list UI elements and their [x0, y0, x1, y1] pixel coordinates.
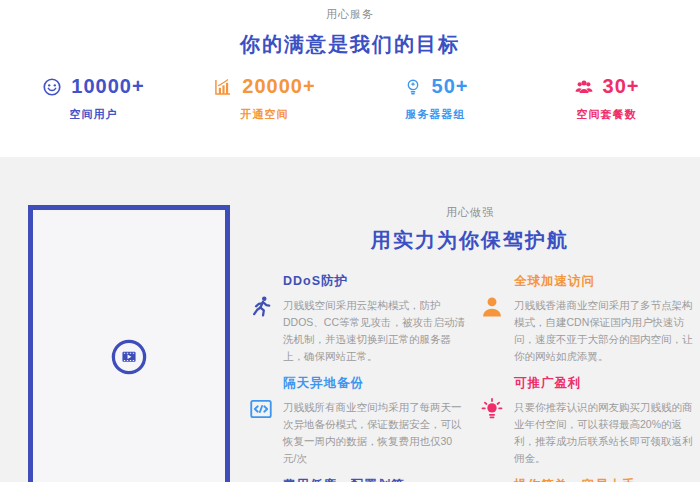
- stat-label: 开通空间: [179, 107, 350, 122]
- bar-chart-icon: [213, 77, 233, 97]
- feature-global-speed: 全球加速访问 刀贱贱香港商业空间采用了多节点架构模式，自建CDN保证国内用户快速…: [479, 273, 696, 365]
- running-man-icon: [248, 294, 274, 365]
- person-icon: [479, 294, 505, 365]
- feature-text: 刀贱贱所有商业空间均采用了每两天一次异地备份模式，保证数据安全，可以恢复一周内的…: [283, 399, 465, 467]
- image-placeholder-frame: [28, 205, 230, 482]
- stat-value: 10000+: [71, 75, 144, 98]
- group-icon: [574, 77, 594, 97]
- stat-value: 20000+: [242, 75, 315, 98]
- code-window-icon: [248, 396, 274, 467]
- feature-title: DDoS防护: [283, 273, 465, 290]
- strength-section: 用心做强 用实力为你保驾护航 DDoS防护 刀贱贱空间采用云架构模式，防护DDO…: [0, 157, 700, 482]
- feature-ddos: DDoS防护 刀贱贱空间采用云架构模式，防护DDOS、CC等常见攻击，被攻击启动…: [248, 273, 465, 365]
- strength-title: 用实力为你保驾护航: [250, 227, 690, 254]
- features-grid: DDoS防护 刀贱贱空间采用云架构模式，防护DDOS、CC等常见攻击，被攻击启动…: [248, 273, 696, 482]
- strength-header: 用心做强 用实力为你保驾护航: [250, 205, 690, 254]
- feature-referral: 可推广盈利 只要你推荐认识的网友购买刀贱贱的商业年付空间，可以获得最高20%的返…: [479, 375, 696, 467]
- stat-space-users: 10000+ 空间用户: [8, 75, 179, 122]
- service-section: 用心服务 你的满意是我们的目标 10000+ 空间用户: [0, 0, 700, 157]
- stat-label: 空间用户: [8, 107, 179, 122]
- smiley-icon: [42, 77, 62, 97]
- feature-title: 费用低廉，配置划算: [283, 477, 465, 482]
- lightbulb-icon: [403, 77, 423, 97]
- feature-title: 隔天异地备份: [283, 375, 465, 392]
- feature-title: 全球加速访问: [514, 273, 696, 290]
- stat-opened-spaces: 20000+ 开通空间: [179, 75, 350, 122]
- feature-title: 操作简单，容易上手: [514, 477, 696, 482]
- stat-server-groups: 50+ 服务器器组: [350, 75, 521, 122]
- feature-title: 可推广盈利: [514, 375, 696, 392]
- stat-value: 30+: [603, 75, 640, 98]
- strength-eyebrow: 用心做强: [250, 205, 690, 220]
- service-title: 你的满意是我们的目标: [0, 31, 700, 58]
- video-placeholder-icon: [111, 339, 148, 376]
- feature-text: 刀贱贱香港商业空间采用了多节点架构模式，自建CDN保证国内用户快速访问，速度不亚…: [514, 297, 696, 365]
- lightbulb-rays-icon: [479, 396, 505, 467]
- feature-low-cost: 费用低廉，配置划算 目前香港商业空间最低仅需50一年（500M空间+200M数据…: [248, 477, 465, 482]
- stat-packages: 30+ 空间套餐数: [521, 75, 692, 122]
- feature-easy-use: 操作简单，容易上手 刀贱贱空间采用容易使用的easypanel面板，容易上手使用…: [479, 477, 696, 482]
- service-eyebrow: 用心服务: [0, 7, 700, 22]
- stat-value: 50+: [432, 75, 469, 98]
- feature-backup: 隔天异地备份 刀贱贱所有商业空间均采用了每两天一次异地备份模式，保证数据安全，可…: [248, 375, 465, 467]
- stat-label: 空间套餐数: [521, 107, 692, 122]
- stat-label: 服务器器组: [350, 107, 521, 122]
- feature-text: 只要你推荐认识的网友购买刀贱贱的商业年付空间，可以获得最高20%的返利，推荐成功…: [514, 399, 696, 467]
- stats-row: 10000+ 空间用户 20000+ 开通空间: [0, 75, 700, 122]
- feature-text: 刀贱贱空间采用云架构模式，防护DDOS、CC等常见攻击，被攻击启动清洗机制，并迅…: [283, 297, 465, 365]
